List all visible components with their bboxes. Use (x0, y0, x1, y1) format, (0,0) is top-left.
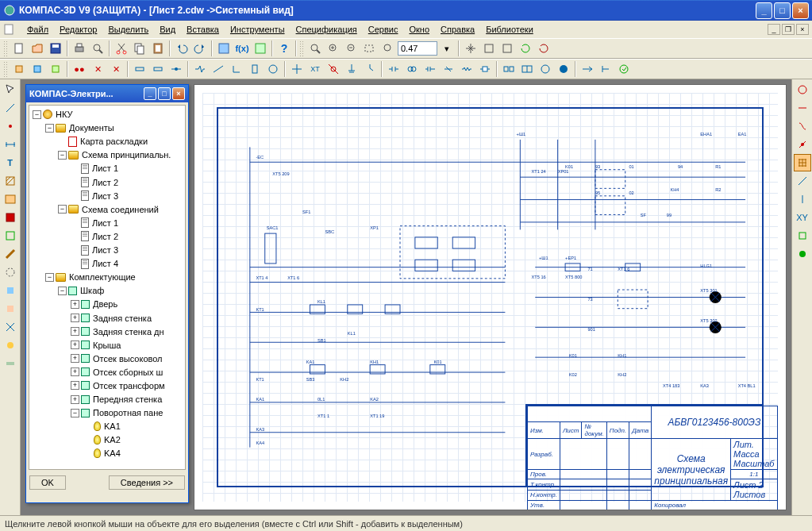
snap-5[interactable] (794, 172, 811, 190)
paste-button[interactable] (149, 40, 167, 57)
tool-more-1[interactable] (2, 282, 19, 299)
tree-sect1[interactable]: Отсек высоковол (91, 354, 164, 364)
elem-10[interactable] (191, 60, 209, 78)
menu-view[interactable]: Вид (155, 23, 180, 36)
elem-32[interactable] (615, 60, 633, 78)
zoom-window-button[interactable] (361, 40, 379, 57)
elem-4[interactable]: ●● (71, 60, 88, 78)
open-button[interactable] (29, 40, 46, 57)
menu-help[interactable]: Справка (436, 23, 479, 36)
elem-15[interactable] (288, 60, 306, 78)
tree-expand[interactable]: + (71, 381, 79, 390)
redo-button[interactable] (191, 40, 209, 57)
elem-28[interactable] (537, 60, 554, 78)
elem-26[interactable] (500, 60, 518, 78)
elem-16[interactable]: XT (306, 60, 324, 78)
elem-6[interactable]: ✕ (107, 60, 125, 78)
tree-expand[interactable]: − (45, 273, 54, 282)
new-button[interactable] (10, 40, 28, 57)
tree-expand[interactable]: + (71, 354, 79, 363)
tree-schema1[interactable]: Схема принципиальн. (80, 150, 172, 160)
snap-6[interactable] (794, 190, 811, 208)
menu-window[interactable]: Окно (404, 23, 434, 36)
elem-1[interactable] (10, 60, 28, 78)
snap-2[interactable] (794, 99, 811, 117)
tree-ka2[interactable]: KA2 (102, 435, 122, 444)
tool-table[interactable] (2, 190, 19, 208)
elem-24[interactable] (458, 60, 475, 78)
elem-29[interactable] (555, 60, 572, 78)
snap-1[interactable] (794, 81, 811, 98)
close-button[interactable]: × (792, 2, 809, 19)
tree-s2l3[interactable]: Лист 3 (90, 245, 120, 255)
elem-5[interactable]: ✕ (89, 60, 106, 78)
elem-19[interactable] (361, 60, 379, 78)
elem-25[interactable] (476, 60, 494, 78)
elem-14[interactable] (264, 60, 282, 78)
elem-17[interactable] (325, 60, 342, 78)
toolbar-grip-2[interactable] (299, 40, 304, 56)
tool-hatch[interactable] (2, 172, 19, 190)
panel-close[interactable]: × (172, 87, 185, 100)
tool-dim[interactable] (2, 136, 19, 153)
tree-back1[interactable]: Задняя стенка (91, 314, 153, 323)
menu-select[interactable]: Выделить (103, 23, 153, 36)
tree-door[interactable]: Дверь (91, 299, 119, 309)
panel-info-button[interactable]: Сведения >> (109, 475, 185, 490)
elem-30[interactable] (579, 60, 596, 78)
tool-more-2[interactable] (2, 300, 19, 317)
tree-s2l4[interactable]: Лист 4 (90, 259, 120, 268)
vars-button[interactable] (252, 40, 269, 57)
snap-9[interactable] (794, 245, 811, 263)
tree-l3[interactable]: Лист 3 (90, 191, 120, 201)
tree-ka1[interactable]: KA1 (102, 421, 122, 431)
tool-select[interactable] (2, 81, 19, 98)
zoom-out-button[interactable] (343, 40, 360, 57)
tree-expand[interactable]: − (33, 110, 41, 119)
menu-tools[interactable]: Инструменты (225, 23, 290, 36)
tool-aux[interactable] (2, 264, 19, 281)
panel-minimize[interactable]: _ (144, 87, 156, 100)
tool-more-3[interactable] (2, 318, 19, 336)
elem-2[interactable] (29, 60, 46, 78)
tree-expand[interactable]: + (71, 395, 79, 404)
tool-param[interactable] (2, 227, 19, 244)
tree-expand[interactable]: − (58, 287, 67, 295)
snap-7[interactable]: XY (794, 209, 811, 226)
tool-line[interactable] (2, 99, 19, 117)
menu-editor[interactable]: Редактор (55, 23, 102, 36)
fx-button[interactable]: f(x) (233, 40, 251, 57)
menu-spec[interactable]: Спецификация (291, 23, 362, 36)
panel-header[interactable]: КОМПАС-Электри... _ □ × (26, 85, 188, 102)
tree-expand[interactable]: + (71, 300, 79, 309)
tree-card[interactable]: Карта раскладки (79, 137, 149, 146)
elem-20[interactable] (385, 60, 402, 78)
help-button[interactable]: ? (275, 40, 293, 57)
elem-8[interactable] (149, 60, 167, 78)
elem-18[interactable] (343, 60, 360, 78)
print-button[interactable] (71, 40, 88, 57)
tree-expand[interactable]: − (45, 124, 54, 133)
tree-l2[interactable]: Лист 2 (90, 178, 120, 187)
copy-button[interactable] (131, 40, 148, 57)
tool-measure[interactable] (2, 245, 19, 263)
regen-button[interactable] (535, 40, 552, 57)
cut-button[interactable] (113, 40, 130, 57)
toolbar-grip[interactable] (3, 40, 8, 56)
drawing-canvas[interactable]: -ECXT5 209 SAC1SF1 SBCXP1 XT1 4XT1 6 KL1… (194, 84, 787, 510)
mdi-close[interactable]: × (796, 24, 809, 35)
undo-button[interactable] (173, 40, 190, 57)
panel-maximize[interactable]: □ (158, 87, 171, 100)
zoom-prev-button[interactable] (379, 40, 397, 57)
tree-s2l2[interactable]: Лист 2 (90, 232, 120, 241)
tool-edit[interactable] (2, 209, 19, 226)
elem-13[interactable] (246, 60, 264, 78)
tree-expand[interactable]: − (58, 205, 67, 214)
tool-point[interactable] (2, 117, 19, 135)
tree-front[interactable]: Передняя стенка (91, 394, 164, 404)
elem-23[interactable] (440, 60, 457, 78)
zoom-dropdown[interactable]: ▾ (438, 40, 456, 57)
menu-file[interactable]: Файл (22, 23, 53, 36)
mdi-restore[interactable]: ❐ (782, 24, 795, 35)
mdi-minimize[interactable]: _ (768, 24, 780, 35)
